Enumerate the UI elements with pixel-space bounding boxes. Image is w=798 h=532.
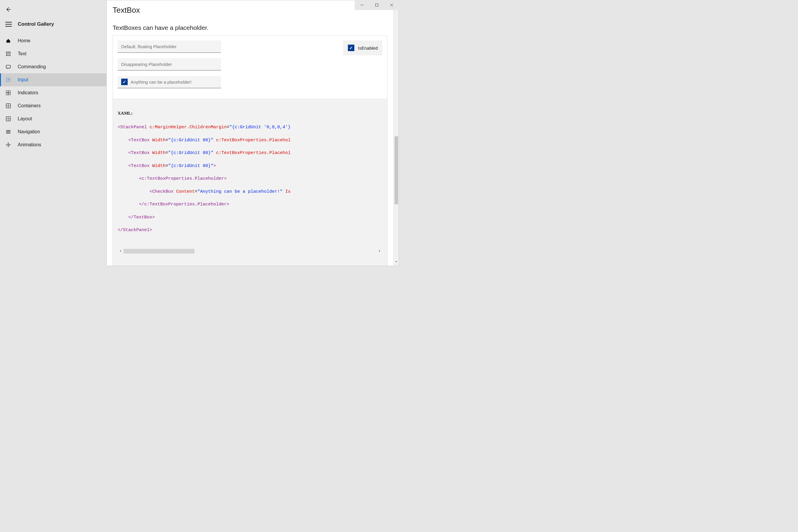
sidebar: Control Gallery Home Text Commanding Inp…	[0, 0, 107, 266]
sidebar-item-label: Home	[18, 38, 31, 43]
svg-rect-1	[376, 4, 378, 6]
home-icon	[5, 38, 11, 44]
close-button[interactable]	[384, 0, 399, 10]
animations-icon	[5, 142, 11, 148]
placeholder-example-card: IsEnabled Anything can be a placeholder!…	[113, 36, 387, 266]
hamburger-button[interactable]	[5, 22, 12, 26]
sidebar-item-label: Commanding	[18, 64, 46, 70]
back-button[interactable]	[5, 6, 11, 13]
sidebar-item-commanding[interactable]: Commanding	[0, 60, 107, 73]
textbox-disappearing-placeholder[interactable]	[118, 58, 221, 71]
sidebar-item-text[interactable]: Text	[0, 47, 107, 60]
minimize-button[interactable]	[355, 0, 369, 10]
scroll-right-icon[interactable]: ›	[377, 248, 382, 254]
main-pane: TextBox TextBoxes can have a placeholder…	[107, 0, 399, 266]
svg-rect-8	[6, 65, 10, 68]
sidebar-item-label: Animations	[18, 142, 41, 148]
nav-list: Home Text Commanding Input Indicators Co…	[0, 34, 107, 151]
scroll-thumb[interactable]	[395, 136, 398, 204]
sidebar-item-label: Input	[18, 77, 28, 82]
sidebar-item-home[interactable]: Home	[0, 34, 107, 47]
navigation-icon	[5, 129, 11, 135]
sidebar-item-input[interactable]: Input	[0, 73, 107, 86]
section-heading-placeholder: TextBoxes can have a placeholder.	[107, 21, 393, 36]
svg-rect-12	[8, 91, 10, 93]
text-icon	[5, 51, 11, 57]
svg-rect-14	[8, 93, 10, 95]
sidebar-item-indicators[interactable]: Indicators	[0, 86, 107, 99]
window-titlebar	[355, 0, 399, 10]
app-title: Control Gallery	[18, 21, 54, 27]
scroll-left-icon[interactable]: ‹	[118, 248, 124, 254]
code-label: XAML:	[118, 110, 382, 117]
commanding-icon	[5, 64, 11, 70]
sidebar-item-label: Layout	[18, 116, 32, 121]
toggle-label: IsEnabled	[358, 45, 378, 51]
sidebar-item-label: Indicators	[18, 90, 38, 95]
textbox-floating-placeholder[interactable]	[118, 40, 221, 53]
svg-rect-13	[6, 93, 8, 95]
scroll-down-icon[interactable]: ˅	[394, 260, 399, 266]
layout-icon	[5, 116, 11, 122]
xaml-code-block: XAML: <StackPanel c:MarginHelper.Childre…	[113, 98, 387, 266]
isenabled-toggle[interactable]: IsEnabled	[343, 40, 382, 55]
checkbox-icon[interactable]	[121, 79, 128, 85]
page-title: TextBox	[107, 0, 393, 21]
placeholder-text: Anything can be a placeholder!	[131, 79, 191, 84]
indicators-icon	[5, 90, 11, 96]
textbox-input[interactable]	[121, 44, 217, 49]
input-icon	[5, 77, 11, 83]
textbox-custom-placeholder[interactable]: Anything can be a placeholder!	[118, 76, 221, 88]
sidebar-item-label: Containers	[18, 103, 40, 109]
sidebar-item-navigation[interactable]: Navigation	[0, 125, 107, 138]
sidebar-item-label: Navigation	[18, 129, 40, 134]
checkbox-icon	[348, 45, 354, 51]
sidebar-item-layout[interactable]: Layout	[0, 112, 107, 125]
sidebar-item-animations[interactable]: Animations	[0, 138, 107, 151]
sidebar-item-containers[interactable]: Containers	[0, 99, 107, 112]
textbox-input[interactable]	[121, 62, 217, 67]
scroll-thumb[interactable]	[124, 249, 194, 253]
svg-rect-11	[6, 91, 8, 93]
sidebar-item-label: Text	[18, 51, 26, 56]
vertical-scrollbar[interactable]: ˄ ˅	[393, 0, 399, 266]
maximize-button[interactable]	[369, 0, 384, 10]
svg-point-10	[8, 79, 9, 80]
code-horizontal-scrollbar[interactable]: ‹ ›	[118, 248, 382, 254]
containers-icon	[5, 103, 11, 109]
